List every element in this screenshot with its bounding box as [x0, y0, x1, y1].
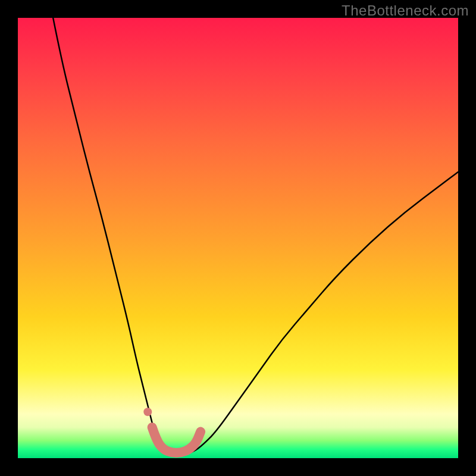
highlight-dot	[143, 408, 152, 416]
watermark-text: TheBottleneck.com	[342, 2, 469, 19]
curve-layer	[18, 18, 458, 458]
bottleneck-curve	[53, 18, 458, 454]
plot-area	[18, 18, 458, 458]
chart-frame: TheBottleneck.com	[0, 0, 476, 476]
highlight-trough	[152, 427, 201, 453]
